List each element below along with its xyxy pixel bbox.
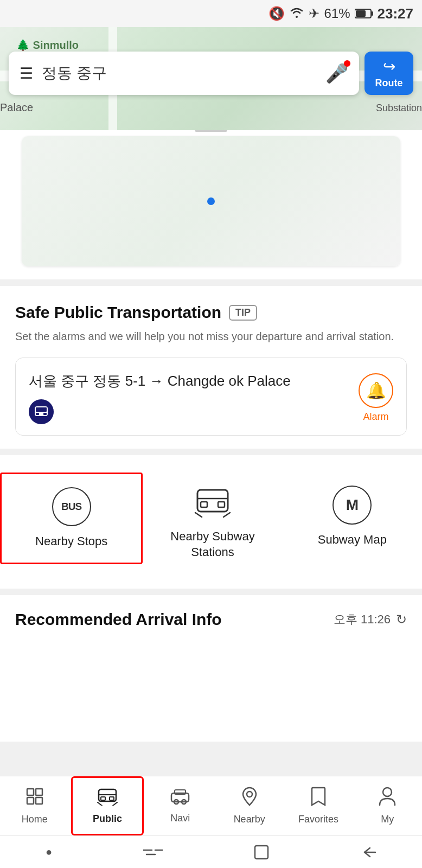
mute-icon: 🔇 <box>268 6 285 21</box>
route-label: Route <box>375 78 403 89</box>
home-label: Home <box>22 814 48 825</box>
bottom-nav: Home Public Navi <box>0 776 422 835</box>
clock: 23:27 <box>378 5 414 22</box>
svg-point-28 <box>383 788 392 796</box>
subway-map-label: Subway Map <box>318 532 387 548</box>
navi-icon <box>170 788 190 809</box>
back-icon <box>360 846 376 859</box>
nav-favorites[interactable]: Favorites <box>284 776 353 835</box>
safe-transport-section: Safe Public Transportation TIP Set the a… <box>0 286 422 449</box>
svg-rect-32 <box>255 846 268 859</box>
navi-label: Navi <box>170 813 190 824</box>
alarm-wrap[interactable]: 🔔 Alarm <box>359 373 393 423</box>
mini-map-panel[interactable] <box>22 136 400 266</box>
route-button[interactable]: ↪ Route <box>365 52 413 95</box>
my-label: My <box>381 814 394 825</box>
svg-rect-5 <box>43 413 47 415</box>
arrival-title: Recommended Arrival Info <box>15 610 222 629</box>
subway-map-item[interactable]: M Subway Map <box>283 473 422 561</box>
refresh-icon[interactable]: ↻ <box>396 612 407 627</box>
my-icon <box>379 787 396 810</box>
arrival-time: 오후 11:26 <box>334 611 391 628</box>
svg-rect-1 <box>371 11 373 16</box>
svg-line-21 <box>98 802 102 806</box>
bus-badge-icon <box>29 399 54 424</box>
nav-nearby[interactable]: Nearby <box>215 776 284 835</box>
svg-rect-2 <box>356 10 366 17</box>
bus-stops-icon: BUS <box>52 487 91 526</box>
public-label: Public <box>93 813 122 825</box>
subway-map-icon: M <box>333 486 372 525</box>
svg-rect-18 <box>101 797 105 800</box>
status-bar: 🔇 ✈ 61% 23:27 <box>0 0 422 27</box>
sys-square-btn[interactable] <box>254 845 269 860</box>
circle-icon: ● <box>46 846 52 858</box>
nav-home[interactable]: Home <box>0 776 69 835</box>
safe-transport-desc: Set the alarms and we will help you not … <box>15 328 407 344</box>
route-arrow-icon: ↪ <box>383 58 395 75</box>
alarm-bell-icon[interactable]: 🔔 <box>359 373 393 408</box>
safe-transport-title: Safe Public Transportation <box>15 303 221 322</box>
subway-stations-icon <box>193 486 232 521</box>
arrival-section: Recommended Arrival Info 오후 11:26 ↻ <box>0 595 422 644</box>
trip-route: 서울 중구 정동 5-1 → Changde ok Palace <box>29 371 359 391</box>
svg-line-11 <box>195 513 202 517</box>
svg-rect-15 <box>27 797 34 804</box>
airplane-icon: ✈ <box>309 6 319 21</box>
sys-lines-btn[interactable] <box>143 846 163 859</box>
system-nav: ● <box>0 835 422 868</box>
svg-point-27 <box>247 792 252 797</box>
alarm-label: Alarm <box>363 411 388 423</box>
nav-my[interactable]: My <box>353 776 422 835</box>
nearby-label: Nearby <box>234 814 265 825</box>
trip-card[interactable]: 서울 중구 정동 5-1 → Changde ok Palace 🔔 Alarm <box>15 358 407 436</box>
trip-info: 서울 중구 정동 5-1 → Changde ok Palace <box>29 371 359 424</box>
lines-icon <box>143 846 163 859</box>
arrival-time-row: 오후 11:26 ↻ <box>334 611 407 628</box>
search-location-text[interactable]: 정동 중구 <box>42 63 317 84</box>
sys-back-btn[interactable] <box>360 846 376 859</box>
mic-button[interactable]: 🎤 <box>325 62 348 84</box>
svg-rect-14 <box>36 789 42 795</box>
nearby-subway-item[interactable]: Nearby Subway Stations <box>143 473 282 573</box>
hamburger-icon[interactable]: ☰ <box>20 65 33 82</box>
svg-rect-7 <box>197 490 228 512</box>
battery-icon <box>355 8 373 19</box>
svg-line-12 <box>223 513 230 517</box>
quick-icons-section: BUS Nearby Stops Nearby Subway Stations <box>0 455 422 588</box>
sys-circle-btn[interactable]: ● <box>46 846 52 858</box>
public-icon <box>97 787 118 810</box>
home-icon <box>25 787 44 810</box>
svg-rect-9 <box>218 502 225 507</box>
square-icon <box>254 845 269 860</box>
location-dot <box>207 197 215 205</box>
search-bar[interactable]: ☰ 정동 중구 🎤 <box>9 52 359 95</box>
favorites-icon <box>311 787 326 810</box>
bus-nearby-stops-item[interactable]: BUS Nearby Stops <box>0 473 143 564</box>
svg-rect-13 <box>27 789 34 795</box>
substation-label: Substation <box>376 103 422 114</box>
svg-line-22 <box>113 802 117 806</box>
svg-rect-19 <box>110 797 114 800</box>
nearby-icon <box>241 787 258 810</box>
favorites-label: Favorites <box>298 814 338 825</box>
battery-level: 61% <box>324 6 350 21</box>
svg-rect-8 <box>201 502 207 507</box>
svg-rect-16 <box>36 797 42 804</box>
palace-label: Palace <box>0 101 33 114</box>
subway-stations-label: Nearby Subway Stations <box>149 529 276 560</box>
svg-rect-4 <box>36 413 39 415</box>
tip-badge: TIP <box>229 305 257 321</box>
nav-navi[interactable]: Navi <box>146 776 215 835</box>
nav-public[interactable]: Public <box>71 776 143 835</box>
wifi-icon <box>289 6 304 21</box>
svg-rect-6 <box>36 407 47 412</box>
bus-stops-label: Nearby Stops <box>35 534 107 550</box>
